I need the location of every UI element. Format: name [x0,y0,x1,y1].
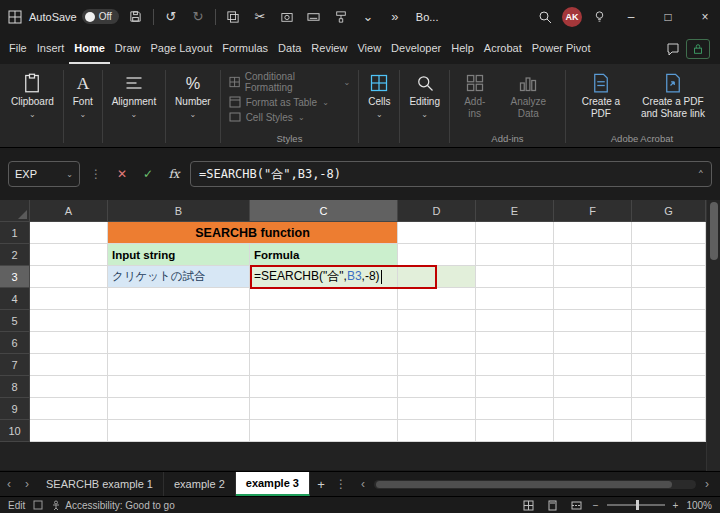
name-box[interactable]: EXP ⌄ [8,161,80,187]
document-title[interactable]: Bo... [416,11,439,23]
grid-cell[interactable] [554,398,632,420]
keyboard-icon[interactable] [304,6,324,28]
formula-bar-expand-icon[interactable]: ⌄ [698,169,703,179]
grid-cell[interactable] [554,244,632,266]
grid-cell[interactable] [30,332,108,354]
grid-cell[interactable] [476,222,554,244]
clipboard-button[interactable]: Clipboard ⌄ [6,69,59,123]
col-header-f[interactable]: F [554,200,632,222]
grid-cell[interactable] [108,420,250,442]
grid-cell[interactable] [250,310,398,332]
grid-cell[interactable] [632,332,706,354]
col-header-a[interactable]: A [30,200,108,222]
row-header-9[interactable]: 9 [0,398,30,420]
select-all-corner[interactable] [0,200,30,222]
undo-icon[interactable]: ↺ [161,6,181,28]
tab-help[interactable]: Help [446,33,479,64]
grid-cell[interactable] [398,244,476,266]
grid-cell[interactable] [476,354,554,376]
horizontal-scrollbar-thumb[interactable] [376,481,672,488]
grid-cell[interactable] [250,376,398,398]
create-pdf-button[interactable]: Create a PDF [570,69,632,132]
tab-view[interactable]: View [352,33,386,64]
hscroll-left-icon[interactable]: ‹ [354,477,372,491]
grid-cell[interactable] [476,398,554,420]
cells-button[interactable]: Cells ⌄ [363,69,395,123]
copy-icon[interactable] [223,6,243,28]
comments-icon[interactable] [660,33,686,64]
grid-cell[interactable] [632,222,706,244]
vertical-scrollbar-thumb[interactable] [710,202,718,260]
search-icon[interactable] [535,6,555,28]
grid-cell[interactable] [632,244,706,266]
row-header-8[interactable]: 8 [0,376,30,398]
grid-cell[interactable] [398,266,476,288]
grid-cell[interactable] [476,244,554,266]
grid-cell[interactable] [30,354,108,376]
format-painter-icon[interactable] [331,6,351,28]
tab-review[interactable]: Review [306,33,352,64]
cell-b3-input-value[interactable]: クリケットの試合 [108,266,250,288]
minimize-button[interactable]: – [616,0,646,33]
zoom-level[interactable]: 100% [686,500,712,511]
maximize-button[interactable]: □ [653,0,683,33]
grid-cell[interactable] [108,354,250,376]
cell-b2-input-string[interactable]: Input string [108,244,250,266]
horizontal-scrollbar[interactable]: ‹ › [350,472,720,496]
grid-cell[interactable] [30,420,108,442]
page-break-view-icon[interactable] [569,500,585,511]
grid-cell[interactable] [554,420,632,442]
grid-cell[interactable] [108,310,250,332]
lightbulb-icon[interactable] [589,6,609,28]
grid-cell[interactable] [476,420,554,442]
grid-cell[interactable] [108,288,250,310]
grid-cell[interactable] [250,398,398,420]
grid-cell[interactable] [30,266,108,288]
sheet-tab-example-3[interactable]: example 3 [236,472,310,496]
tab-developer[interactable]: Developer [386,33,446,64]
share-icon[interactable] [686,39,710,59]
qat-chevron-icon[interactable]: ⌄ [358,6,378,28]
grid-cell[interactable] [476,310,554,332]
row-header-3[interactable]: 3 [0,266,30,288]
grid-cell[interactable] [632,354,706,376]
zoom-slider-thumb[interactable] [636,500,639,510]
cell-c3-active-formula[interactable]: =SEARCHB("合",B3,-8) [250,266,398,288]
account-avatar[interactable]: AK [562,7,582,27]
grid-cell[interactable] [632,288,706,310]
grid-cell[interactable] [250,288,398,310]
grid-cell[interactable] [250,332,398,354]
grid-cell[interactable] [632,266,706,288]
grid-cell[interactable] [554,354,632,376]
grid-cell[interactable] [554,266,632,288]
grid-cell[interactable] [554,376,632,398]
grid-cell[interactable] [632,398,706,420]
grid-cell[interactable] [554,332,632,354]
grid-cell[interactable] [632,420,706,442]
number-button[interactable]: % Number ⌄ [170,69,216,123]
grid-cell[interactable] [632,376,706,398]
grid-cell[interactable] [398,354,476,376]
row-header-7[interactable]: 7 [0,354,30,376]
grid-cell[interactable] [30,398,108,420]
grid-cell[interactable] [398,288,476,310]
accessibility-status[interactable]: Accessibility: Good to go [51,500,175,511]
zoom-in-button[interactable]: + [673,500,679,511]
grid-cell[interactable] [554,288,632,310]
grid-cell[interactable] [632,310,706,332]
cancel-entry-icon[interactable]: ✕ [112,163,132,185]
grid-cell[interactable] [30,244,108,266]
grid-cell[interactable] [250,354,398,376]
insert-function-icon[interactable]: fx [164,163,184,185]
grid-cell[interactable] [476,376,554,398]
create-pdf-share-button[interactable]: Create a PDF and Share link [632,69,714,132]
tab-insert[interactable]: Insert [32,33,70,64]
cut-icon[interactable]: ✂ [250,6,270,28]
col-header-g[interactable]: G [632,200,706,222]
formula-bar-kebab-icon[interactable]: ⋮ [86,163,106,185]
grid-cell[interactable] [108,332,250,354]
grid-cell[interactable] [554,222,632,244]
row-header-1[interactable]: 1 [0,222,30,244]
tab-home[interactable]: Home [69,33,110,64]
redo-icon[interactable]: ↻ [188,6,208,28]
